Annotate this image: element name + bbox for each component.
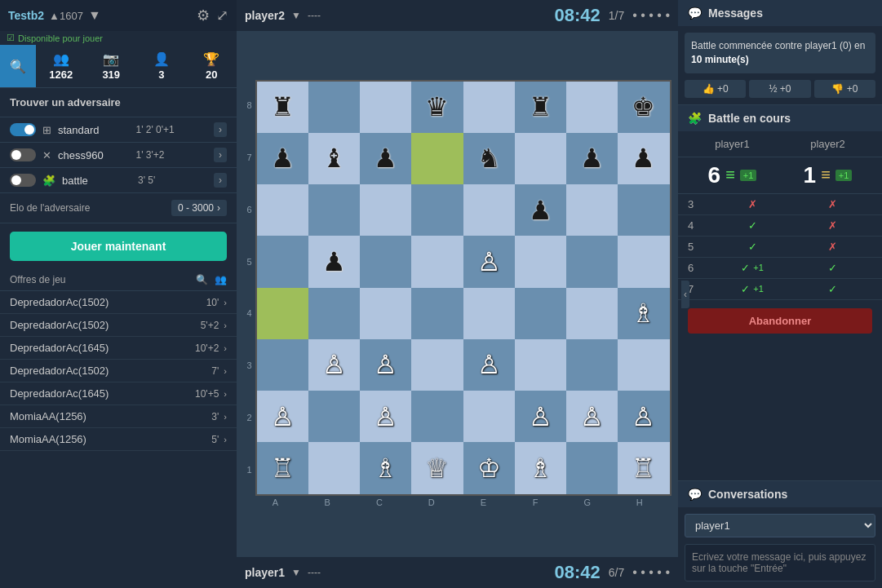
search-stat[interactable]: 🔍 [0, 45, 36, 87]
cell-6-0[interactable]: ♙ [257, 391, 308, 442]
add-offer-icon[interactable]: 👥 [215, 274, 227, 285]
collapse-board-button[interactable]: ‹ [681, 281, 689, 308]
cell-0-4[interactable] [463, 82, 515, 133]
conv-message-input[interactable]: Ecrivez votre message ici, puis appuyez … [685, 544, 875, 581]
cell-0-1[interactable] [308, 82, 360, 133]
cell-0-2[interactable] [360, 82, 411, 133]
stat-games[interactable]: 📷 319 [86, 45, 137, 87]
cell-2-6[interactable] [566, 184, 618, 236]
cell-3-5[interactable] [515, 236, 566, 287]
cell-4-5[interactable] [515, 288, 566, 339]
cell-4-7[interactable]: ♗ [618, 288, 669, 339]
cell-2-7[interactable] [618, 184, 669, 236]
play-button[interactable]: Jouer maintenant [10, 232, 227, 261]
offer-4[interactable]: DepredadorAc(1645) 10'+5 › [0, 382, 237, 405]
cell-5-1[interactable]: ♙ [308, 339, 360, 391]
offer-1[interactable]: DepredadorAc(1502) 5'+2 › [0, 314, 237, 337]
offer-0[interactable]: DepredadorAc(1502) 10' › [0, 291, 237, 314]
cell-1-3[interactable] [411, 133, 463, 184]
cell-7-7[interactable]: ♖ [618, 442, 669, 493]
stat-trophies[interactable]: 🏆 20 [187, 45, 237, 87]
cell-6-7[interactable]: ♙ [618, 391, 669, 442]
dropdown-icon[interactable]: ▼ [88, 8, 101, 23]
top-more-dots[interactable]: • • • • • [632, 8, 670, 23]
search-offers-icon[interactable]: 🔍 [196, 274, 208, 285]
cell-7-6[interactable] [566, 442, 618, 493]
bottom-more-dots[interactable]: • • • • • [632, 565, 670, 580]
cell-7-0[interactable]: ♖ [257, 442, 308, 493]
conv-player-select[interactable]: player1 [685, 514, 875, 537]
cell-0-6[interactable] [566, 82, 618, 133]
cell-7-2[interactable]: ♗ [360, 442, 411, 493]
cell-5-2[interactable]: ♙ [360, 339, 411, 391]
cell-5-5[interactable] [515, 339, 566, 391]
cell-6-1[interactable] [308, 391, 360, 442]
cell-1-7[interactable]: ♟ [618, 133, 669, 184]
offer-2[interactable]: DepredadorAc(1645) 10'+2 › [0, 337, 237, 360]
cell-2-4[interactable] [463, 184, 515, 236]
top-player-dropdown[interactable]: ▼ [291, 10, 301, 21]
bottom-player-dropdown[interactable]: ▼ [291, 567, 301, 578]
cell-2-3[interactable] [411, 184, 463, 236]
cell-1-2[interactable]: ♟ [360, 133, 411, 184]
cell-6-5[interactable]: ♙ [515, 391, 566, 442]
cell-4-2[interactable] [360, 288, 411, 339]
cell-4-6[interactable] [566, 288, 618, 339]
cell-3-3[interactable] [411, 236, 463, 287]
cell-1-6[interactable]: ♟ [566, 133, 618, 184]
cell-5-6[interactable] [566, 339, 618, 391]
like-button[interactable]: 👍 +0 [685, 80, 746, 98]
battle-arrow[interactable]: › [214, 173, 227, 188]
cell-6-6[interactable]: ♙ [566, 391, 618, 442]
cell-0-7[interactable]: ♚ [618, 82, 669, 133]
abandon-button[interactable]: Abandonner [688, 308, 872, 334]
dislike-button[interactable]: 👎 +0 [814, 80, 875, 98]
cell-5-4[interactable]: ♙ [463, 339, 515, 391]
chess960-arrow[interactable]: › [214, 148, 227, 162]
cell-5-3[interactable] [411, 339, 463, 391]
cell-5-7[interactable] [618, 339, 669, 391]
cell-2-2[interactable] [360, 184, 411, 236]
cell-1-0[interactable]: ♟ [257, 133, 308, 184]
cell-5-0[interactable] [257, 339, 308, 391]
cell-3-0[interactable] [257, 236, 308, 287]
toggle-standard[interactable] [10, 123, 36, 136]
cell-3-2[interactable] [360, 236, 411, 287]
cell-7-4[interactable]: ♔ [463, 442, 515, 493]
cell-2-5[interactable]: ♟ [515, 184, 566, 236]
cell-1-4[interactable]: ♞ [463, 133, 515, 184]
offer-6[interactable]: MomiaAA(1256) 5' › [0, 428, 237, 451]
cell-4-1[interactable] [308, 288, 360, 339]
cell-7-5[interactable]: ♗ [515, 442, 566, 493]
stat-friends[interactable]: 👥 1262 [36, 45, 86, 87]
cell-1-1[interactable]: ♝ [308, 133, 360, 184]
offer-5[interactable]: MomiaAA(1256) 3' › [0, 405, 237, 428]
cell-4-0[interactable] [257, 288, 308, 339]
cell-6-4[interactable] [463, 391, 515, 442]
stat-followers[interactable]: 👤 3 [136, 45, 187, 87]
cell-0-5[interactable]: ♜ [515, 82, 566, 133]
cell-6-3[interactable] [411, 391, 463, 442]
half-button[interactable]: ½ +0 [749, 80, 810, 98]
elo-range[interactable]: 0 - 3000 › [171, 200, 227, 216]
cell-6-2[interactable]: ♙ [360, 391, 411, 442]
cell-0-3[interactable]: ♛ [411, 82, 463, 133]
cell-7-3[interactable]: ♕ [411, 442, 463, 493]
settings-icon[interactable]: ⚙ [197, 7, 210, 24]
cell-3-1[interactable]: ♟ [308, 236, 360, 287]
toggle-battle[interactable] [10, 174, 36, 187]
fullscreen-icon[interactable]: ⤢ [216, 7, 228, 24]
offer-3[interactable]: DepredadorAc(1502) 7' › [0, 360, 237, 382]
cell-0-0[interactable]: ♜ [257, 82, 308, 133]
cell-3-4[interactable]: ♙ [463, 236, 515, 287]
cell-1-5[interactable] [515, 133, 566, 184]
cell-3-7[interactable] [618, 236, 669, 287]
standard-arrow[interactable]: › [214, 122, 227, 137]
toggle-chess960[interactable] [10, 148, 36, 161]
cell-7-1[interactable] [308, 442, 360, 493]
cell-2-1[interactable] [308, 184, 360, 236]
cell-4-4[interactable] [463, 288, 515, 339]
chess-board[interactable]: ♜♛♜♚♟♝♟♞♟♟♟♟♙♗♙♙♙♙♙♙♙♙♖♗♕♔♗♖ [255, 80, 671, 496]
username[interactable]: Testb2 [8, 9, 44, 22]
cell-2-0[interactable] [257, 184, 308, 236]
